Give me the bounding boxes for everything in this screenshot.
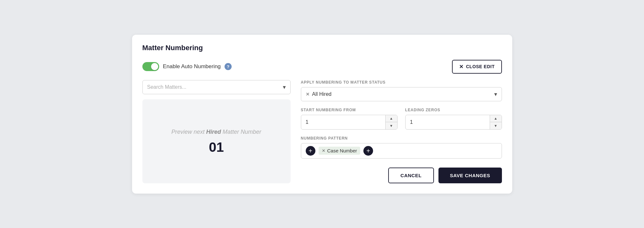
save-changes-button[interactable]: SAVE CHANGES (438, 168, 502, 183)
main-content: ▾ Preview next Hired Matter Number 01 AP… (142, 80, 502, 183)
pattern-add-right[interactable]: + (363, 146, 373, 156)
pattern-tag-close[interactable]: ✕ (322, 148, 325, 153)
close-x-icon: ✕ (459, 64, 464, 70)
start-numbering-input[interactable] (301, 116, 385, 128)
search-dropdown-arrow[interactable]: ▾ (283, 84, 286, 91)
leading-zeros-input[interactable] (406, 116, 490, 128)
preview-area: Preview next Hired Matter Number 01 (142, 99, 291, 183)
toggle-knob (151, 63, 158, 70)
help-icon[interactable]: ? (225, 63, 232, 70)
action-row: CANCEL SAVE CHANGES (301, 168, 502, 183)
toggle-row: Enable Auto Numbering ? (142, 62, 232, 71)
leading-zeros-steppers: ▲ ▼ (490, 115, 502, 129)
apply-numbering-value: All Hired (312, 91, 492, 97)
preview-text-after: Matter Number (221, 129, 261, 135)
row-fields: START NUMBERING FROM ▲ ▼ LEADING ZEROS (301, 108, 502, 130)
auto-numbering-toggle[interactable] (142, 62, 159, 71)
pattern-box: + ✕ Case Number + (301, 143, 502, 159)
cancel-button[interactable]: CANCEL (388, 168, 434, 183)
top-row: Enable Auto Numbering ? ✕ CLOSE EDIT (142, 60, 502, 74)
matter-numbering-card: Matter Numbering Enable Auto Numbering ?… (132, 35, 512, 194)
card-title: Matter Numbering (142, 44, 502, 52)
search-input[interactable] (147, 84, 283, 90)
start-numbering-steppers: ▲ ▼ (385, 115, 397, 129)
leading-zeros-down[interactable]: ▼ (490, 122, 502, 129)
close-edit-label: CLOSE EDIT (466, 64, 495, 69)
apply-numbering-group: APPLY NUMBERING TO MATTER STATUS ✕ All H… (301, 80, 502, 101)
numbering-pattern-label: NUMBERING PATTERN (301, 136, 502, 141)
right-panel: APPLY NUMBERING TO MATTER STATUS ✕ All H… (301, 80, 502, 183)
preview-text: Preview next Hired Matter Number (171, 128, 261, 136)
preview-number: 01 (209, 140, 224, 155)
start-numbering-label: START NUMBERING FROM (301, 108, 398, 112)
start-numbering-up[interactable]: ▲ (386, 115, 397, 122)
start-numbering-group: START NUMBERING FROM ▲ ▼ (301, 108, 398, 130)
left-panel: ▾ Preview next Hired Matter Number 01 (142, 80, 291, 183)
preview-text-before: Preview next (171, 129, 206, 135)
apply-numbering-select[interactable]: ✕ All Hired ▾ (301, 87, 502, 101)
apply-numbering-label: APPLY NUMBERING TO MATTER STATUS (301, 80, 502, 85)
numbering-pattern-group: NUMBERING PATTERN + ✕ Case Number + (301, 136, 502, 159)
apply-numbering-tag-close[interactable]: ✕ (306, 92, 310, 97)
toggle-label: Enable Auto Numbering (163, 63, 221, 70)
pattern-tag: ✕ Case Number (319, 147, 360, 155)
leading-zeros-up[interactable]: ▲ (490, 115, 502, 122)
leading-zeros-label: LEADING ZEROS (405, 108, 502, 112)
leading-zeros-input-box: ▲ ▼ (405, 115, 502, 130)
apply-numbering-arrow[interactable]: ▾ (494, 91, 497, 98)
pattern-tag-value: Case Number (327, 148, 357, 153)
pattern-add-left[interactable]: + (306, 146, 315, 156)
start-numbering-down[interactable]: ▼ (386, 122, 397, 129)
close-edit-button[interactable]: ✕ CLOSE EDIT (452, 60, 502, 74)
leading-zeros-group: LEADING ZEROS ▲ ▼ (405, 108, 502, 130)
start-numbering-input-box: ▲ ▼ (301, 115, 398, 130)
preview-bold-text: Hired (206, 129, 221, 135)
search-box[interactable]: ▾ (142, 80, 291, 94)
